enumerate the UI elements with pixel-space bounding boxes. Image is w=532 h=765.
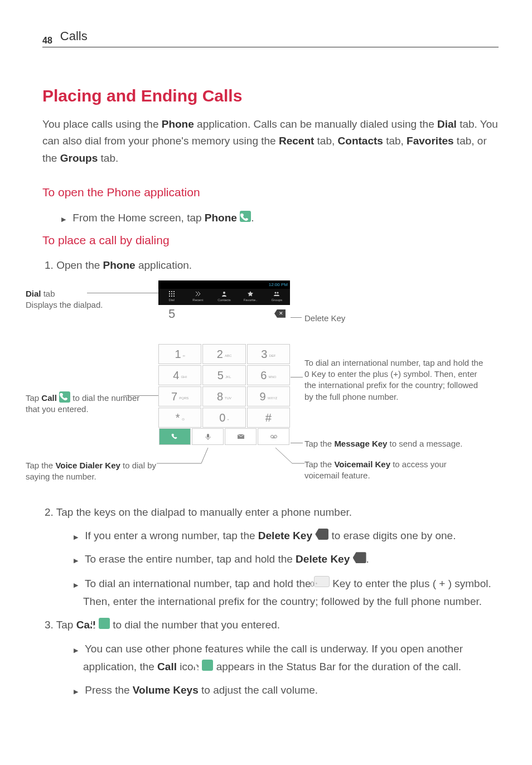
svg-point-10 [275,292,277,293]
svg-text:+: + [315,581,317,585]
svg-rect-8 [173,296,175,297]
callout-delete-key: Delete Key [304,313,345,324]
triangle-bullet-icon: ▶ [74,688,78,695]
callout-international: To dial an international number, tap and… [304,357,489,403]
callout-voice-dialer: Tap the Voice Dialer Key to dial by sayi… [26,460,157,483]
phone-screenshot: 12:00 PM Dial Recent Contacts Favorite..… [158,280,290,446]
callout-call: Tap Call to dial the number that you ent… [26,390,154,415]
key-1[interactable]: 1∞ [158,344,201,364]
triangle-bullet-icon: ▶ [74,647,78,653]
bottom-action-row [158,428,290,446]
call-icon [99,618,110,629]
step-3: 3. Tap Call to dial the number that you … [45,616,499,634]
dialpad: 1∞ 2ABC 3DEF 4GHI 5JKL 6MNO 7PQRS 8TUV 9… [158,344,290,428]
triangle-bullet-icon: ▶ [74,582,78,588]
key-6[interactable]: 6MNO [247,365,290,385]
svg-rect-4 [171,293,172,294]
key-0[interactable]: 0+ [202,408,245,428]
key-5[interactable]: 5JKL [202,365,245,385]
page-number: 48 [42,34,52,47]
step-open-phone: ▶ From the Home screen, tap Phone . [61,209,499,227]
delete-key-icon: ✕ [315,529,328,540]
svg-rect-5 [173,293,175,294]
page-title: Placing and Ending Calls [42,83,499,108]
tab-favorite[interactable]: Favorite.. [238,289,264,305]
intro-paragraph: You place calls using the Phone applicat… [42,116,499,167]
call-icon [59,391,70,403]
step-2: 2. Tap the keys on the dialpad to manual… [45,503,499,521]
svg-point-11 [277,292,279,293]
svg-rect-0 [169,291,170,292]
svg-rect-1 [171,291,172,292]
call-status-icon [202,660,213,671]
phone-diagram: 12:00 PM Dial Recent Contacts Favorite..… [42,280,499,492]
svg-point-14 [270,435,273,438]
svg-point-9 [223,292,225,294]
callout-voicemail-key: Tap the Voicemail Key to access your voi… [304,459,483,482]
triangle-bullet-icon: ▶ [74,534,78,540]
step-1: 1. Open the Phone application. [45,256,499,274]
step-3a: ▶ You can use other phone features while… [74,640,499,676]
triangle-bullet-icon: ▶ [61,216,66,222]
number-display: 5 ✕ [158,305,290,323]
key-4[interactable]: 4GHI [158,365,201,385]
status-bar: 12:00 PM [158,280,290,289]
key-hash[interactable]: # [247,408,290,428]
delete-key-icon: ✕ [353,552,366,563]
page-section-title: Calls [60,27,88,45]
step-2b: ▶ To erase the entire number, tap and ho… [74,550,499,568]
svg-rect-12 [207,434,209,438]
delete-key-button[interactable]: ✕ [274,309,286,318]
callout-dial-tab: Dial tab Displays the dialpad. [26,288,126,311]
call-button[interactable] [159,428,191,445]
key-7[interactable]: 7PQRS [158,386,201,406]
entered-number: 5 [168,304,175,323]
subheading-open-app: To open the Phone application [42,183,499,201]
zero-key-icon: 0+ [314,576,330,587]
step-3b: ▶ Press the Volume Keys to adjust the ca… [74,681,499,699]
tab-contacts[interactable]: Contacts [211,289,237,305]
svg-text:0: 0 [310,580,314,588]
step-2c: ▶ To dial an international number, tap a… [74,574,499,611]
tab-recent[interactable]: Recent [185,289,211,305]
key-2[interactable]: 2ABC [202,344,245,364]
key-3[interactable]: 3DEF [247,344,290,364]
tab-row: Dial Recent Contacts Favorite.. Groups [158,289,290,305]
voice-dialer-button[interactable] [192,428,224,445]
phone-app-icon [240,211,251,222]
svg-rect-7 [171,296,172,297]
subheading-place-call: To place a call by dialing [42,231,499,249]
step-2a: ▶ If you enter a wrong number, tap the D… [74,527,499,545]
tab-groups[interactable]: Groups [264,289,290,305]
callout-message-key: Tap the Message Key to send a message. [304,438,494,449]
svg-rect-2 [173,291,175,292]
tab-dial[interactable]: Dial [158,289,185,305]
message-button[interactable] [225,428,257,445]
svg-rect-6 [169,296,170,297]
page-header: 48 Calls [42,27,499,47]
key-star[interactable]: *⊙ [158,408,201,428]
triangle-bullet-icon: ▶ [74,557,78,564]
svg-point-15 [274,435,277,438]
svg-rect-3 [169,293,170,294]
key-9[interactable]: 9WXYZ [247,386,290,406]
key-8[interactable]: 8TUV [202,386,245,406]
voicemail-button[interactable] [258,428,289,445]
